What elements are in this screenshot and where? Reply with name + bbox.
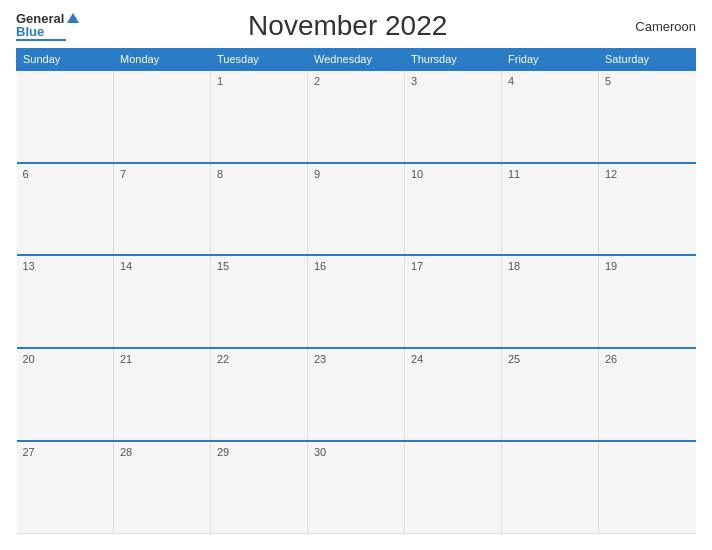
day-number: 14 [120,260,132,272]
logo-blue-text: Blue [16,25,44,38]
day-number: 9 [314,168,320,180]
day-number: 18 [508,260,520,272]
day-number: 6 [23,168,29,180]
calendar-day-cell: 16 [308,255,405,348]
day-number: 24 [411,353,423,365]
day-of-week-header: Wednesday [308,49,405,71]
calendar-week-row: 13141516171819 [17,255,696,348]
calendar-day-cell: 22 [211,348,308,441]
calendar-day-cell: 23 [308,348,405,441]
calendar-day-cell: 2 [308,70,405,163]
logo-underline [16,39,66,41]
calendar-day-cell: 7 [114,163,211,256]
month-title: November 2022 [79,10,616,42]
calendar-day-cell: 27 [17,441,114,534]
calendar-day-cell: 10 [405,163,502,256]
day-number: 15 [217,260,229,272]
calendar-day-cell: 5 [599,70,696,163]
day-number: 21 [120,353,132,365]
day-of-week-header: Saturday [599,49,696,71]
calendar-day-cell: 17 [405,255,502,348]
calendar-header-row: SundayMondayTuesdayWednesdayThursdayFrid… [17,49,696,71]
day-of-week-header: Tuesday [211,49,308,71]
calendar-day-cell: 9 [308,163,405,256]
day-number: 7 [120,168,126,180]
calendar-day-cell: 1 [211,70,308,163]
calendar-week-row: 20212223242526 [17,348,696,441]
day-number: 16 [314,260,326,272]
day-number: 19 [605,260,617,272]
country-label: Cameroon [616,19,696,34]
logo: General Blue [16,12,79,41]
day-of-week-header: Friday [502,49,599,71]
day-number: 11 [508,168,520,180]
calendar-week-row: 6789101112 [17,163,696,256]
day-number: 26 [605,353,617,365]
calendar-day-cell: 21 [114,348,211,441]
calendar-day-cell: 19 [599,255,696,348]
calendar-day-cell [502,441,599,534]
calendar-day-cell [17,70,114,163]
calendar-day-cell: 14 [114,255,211,348]
day-number: 28 [120,446,132,458]
day-number: 3 [411,75,417,87]
day-of-week-header: Thursday [405,49,502,71]
calendar-day-cell: 4 [502,70,599,163]
day-number: 23 [314,353,326,365]
day-number: 2 [314,75,320,87]
logo-general-text: General [16,12,64,25]
calendar-day-cell: 25 [502,348,599,441]
calendar-day-cell: 26 [599,348,696,441]
day-number: 30 [314,446,326,458]
calendar-day-cell: 30 [308,441,405,534]
day-number: 1 [217,75,223,87]
calendar-day-cell: 3 [405,70,502,163]
day-number: 8 [217,168,223,180]
calendar-day-cell: 13 [17,255,114,348]
calendar-header: General Blue November 2022 Cameroon [16,10,696,42]
calendar-day-cell: 11 [502,163,599,256]
day-number: 5 [605,75,611,87]
calendar-day-cell: 15 [211,255,308,348]
calendar-day-cell: 29 [211,441,308,534]
calendar-week-row: 27282930 [17,441,696,534]
day-of-week-header: Sunday [17,49,114,71]
calendar-day-cell: 8 [211,163,308,256]
day-of-week-header: Monday [114,49,211,71]
calendar-day-cell: 20 [17,348,114,441]
calendar-day-cell: 6 [17,163,114,256]
calendar-week-row: 12345 [17,70,696,163]
day-number: 20 [23,353,35,365]
day-number: 22 [217,353,229,365]
day-number: 27 [23,446,35,458]
calendar-day-cell: 28 [114,441,211,534]
calendar-day-cell: 24 [405,348,502,441]
day-number: 29 [217,446,229,458]
day-number: 4 [508,75,514,87]
calendar-day-cell: 12 [599,163,696,256]
calendar-day-cell [599,441,696,534]
day-number: 12 [605,168,617,180]
calendar-day-cell: 18 [502,255,599,348]
logo-triangle-icon [67,13,79,23]
calendar-day-cell [405,441,502,534]
day-number: 17 [411,260,423,272]
day-number: 10 [411,168,423,180]
day-number: 13 [23,260,35,272]
day-number: 25 [508,353,520,365]
calendar-day-cell [114,70,211,163]
calendar-table: SundayMondayTuesdayWednesdayThursdayFrid… [16,48,696,534]
